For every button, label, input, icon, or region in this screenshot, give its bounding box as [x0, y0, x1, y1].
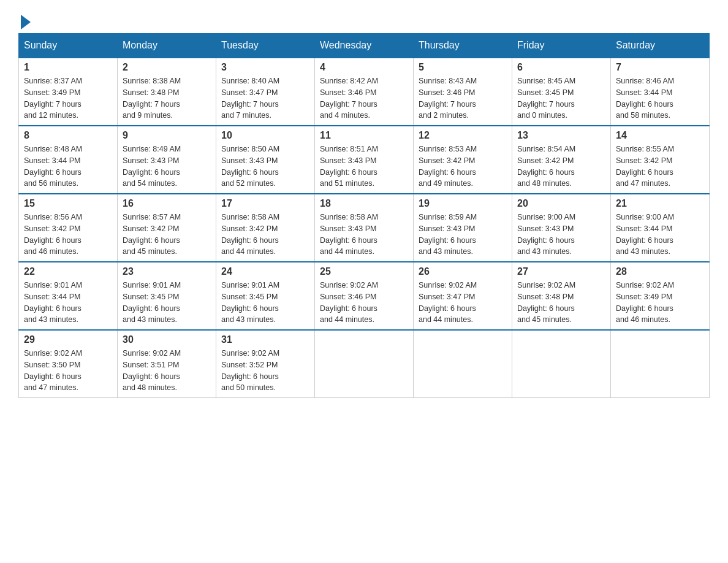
- day-info: Sunrise: 9:02 AMSunset: 3:47 PMDaylight:…: [419, 280, 507, 326]
- day-number: 13: [517, 130, 605, 141]
- day-info: Sunrise: 9:01 AMSunset: 3:45 PMDaylight:…: [123, 280, 211, 326]
- calendar-day-cell: 19Sunrise: 8:59 AMSunset: 3:43 PMDayligh…: [414, 194, 512, 262]
- day-number: 23: [123, 266, 211, 277]
- day-number: 18: [320, 198, 408, 209]
- day-info: Sunrise: 8:51 AMSunset: 3:43 PMDaylight:…: [320, 144, 408, 190]
- day-number: 29: [24, 334, 112, 345]
- calendar-day-cell: 18Sunrise: 8:58 AMSunset: 3:43 PMDayligh…: [315, 194, 414, 262]
- calendar-day-cell: 16Sunrise: 8:57 AMSunset: 3:42 PMDayligh…: [118, 194, 216, 262]
- calendar-day-cell: 29Sunrise: 9:02 AMSunset: 3:50 PMDayligh…: [19, 330, 118, 398]
- calendar-day-cell: 22Sunrise: 9:01 AMSunset: 3:44 PMDayligh…: [19, 262, 118, 330]
- calendar-day-cell: 1Sunrise: 8:37 AMSunset: 3:49 PMDaylight…: [19, 58, 118, 126]
- calendar-day-cell: 17Sunrise: 8:58 AMSunset: 3:42 PMDayligh…: [216, 194, 315, 262]
- calendar-day-cell: 9Sunrise: 8:49 AMSunset: 3:43 PMDaylight…: [118, 126, 216, 194]
- calendar-empty-cell: [414, 330, 512, 398]
- day-number: 15: [24, 198, 112, 209]
- day-info: Sunrise: 8:58 AMSunset: 3:42 PMDaylight:…: [221, 212, 309, 258]
- calendar-day-cell: 20Sunrise: 9:00 AMSunset: 3:43 PMDayligh…: [512, 194, 611, 262]
- day-number: 5: [419, 62, 507, 73]
- day-info: Sunrise: 8:38 AMSunset: 3:48 PMDaylight:…: [123, 75, 211, 121]
- day-info: Sunrise: 9:02 AMSunset: 3:52 PMDaylight:…: [221, 348, 309, 394]
- header-sunday: Sunday: [19, 34, 118, 58]
- day-number: 25: [320, 266, 408, 277]
- day-number: 14: [616, 130, 704, 141]
- day-info: Sunrise: 8:56 AMSunset: 3:42 PMDaylight:…: [24, 212, 112, 258]
- day-number: 19: [419, 198, 507, 209]
- calendar-day-cell: 6Sunrise: 8:45 AMSunset: 3:45 PMDaylight…: [512, 58, 611, 126]
- calendar-table: SundayMondayTuesdayWednesdayThursdayFrid…: [18, 33, 710, 398]
- day-info: Sunrise: 8:54 AMSunset: 3:42 PMDaylight:…: [517, 144, 605, 190]
- calendar-day-cell: 30Sunrise: 9:02 AMSunset: 3:51 PMDayligh…: [118, 330, 216, 398]
- calendar-day-cell: 26Sunrise: 9:02 AMSunset: 3:47 PMDayligh…: [414, 262, 512, 330]
- calendar-day-cell: 15Sunrise: 8:56 AMSunset: 3:42 PMDayligh…: [19, 194, 118, 262]
- day-info: Sunrise: 9:00 AMSunset: 3:44 PMDaylight:…: [616, 212, 704, 258]
- header-wednesday: Wednesday: [315, 34, 414, 58]
- day-number: 3: [221, 62, 309, 73]
- day-number: 10: [221, 130, 309, 141]
- calendar-week-row: 1Sunrise: 8:37 AMSunset: 3:49 PMDaylight…: [19, 58, 710, 126]
- day-number: 27: [517, 266, 605, 277]
- calendar-day-cell: 3Sunrise: 8:40 AMSunset: 3:47 PMDaylight…: [216, 58, 315, 126]
- day-info: Sunrise: 9:01 AMSunset: 3:45 PMDaylight:…: [221, 280, 309, 326]
- header-monday: Monday: [118, 34, 216, 58]
- day-number: 9: [123, 130, 211, 141]
- day-number: 20: [517, 198, 605, 209]
- calendar-day-cell: 10Sunrise: 8:50 AMSunset: 3:43 PMDayligh…: [216, 126, 315, 194]
- day-info: Sunrise: 9:01 AMSunset: 3:44 PMDaylight:…: [24, 280, 112, 326]
- day-info: Sunrise: 9:02 AMSunset: 3:50 PMDaylight:…: [24, 348, 112, 394]
- day-info: Sunrise: 8:45 AMSunset: 3:45 PMDaylight:…: [517, 75, 605, 121]
- header-tuesday: Tuesday: [216, 34, 315, 58]
- calendar-week-row: 22Sunrise: 9:01 AMSunset: 3:44 PMDayligh…: [19, 262, 710, 330]
- calendar-empty-cell: [611, 330, 710, 398]
- day-number: 6: [517, 62, 605, 73]
- day-number: 21: [616, 198, 704, 209]
- calendar-day-cell: 12Sunrise: 8:53 AMSunset: 3:42 PMDayligh…: [414, 126, 512, 194]
- day-info: Sunrise: 9:02 AMSunset: 3:48 PMDaylight:…: [517, 280, 605, 326]
- day-info: Sunrise: 8:40 AMSunset: 3:47 PMDaylight:…: [221, 75, 309, 121]
- calendar-empty-cell: [315, 330, 414, 398]
- calendar-day-cell: 2Sunrise: 8:38 AMSunset: 3:48 PMDaylight…: [118, 58, 216, 126]
- day-number: 31: [221, 334, 309, 345]
- day-number: 30: [123, 334, 211, 345]
- calendar-day-cell: 8Sunrise: 8:48 AMSunset: 3:44 PMDaylight…: [19, 126, 118, 194]
- day-number: 28: [616, 266, 704, 277]
- calendar-header-row: SundayMondayTuesdayWednesdayThursdayFrid…: [19, 34, 710, 58]
- logo-arrow-icon: [21, 15, 31, 29]
- day-number: 24: [221, 266, 309, 277]
- page-header: [18, 12, 710, 27]
- day-number: 2: [123, 62, 211, 73]
- calendar-day-cell: 27Sunrise: 9:02 AMSunset: 3:48 PMDayligh…: [512, 262, 611, 330]
- day-number: 16: [123, 198, 211, 209]
- day-number: 8: [24, 130, 112, 141]
- day-info: Sunrise: 8:59 AMSunset: 3:43 PMDaylight:…: [419, 212, 507, 258]
- day-number: 4: [320, 62, 408, 73]
- day-info: Sunrise: 8:49 AMSunset: 3:43 PMDaylight:…: [123, 144, 211, 190]
- day-info: Sunrise: 8:46 AMSunset: 3:44 PMDaylight:…: [616, 75, 704, 121]
- day-number: 11: [320, 130, 408, 141]
- day-info: Sunrise: 8:48 AMSunset: 3:44 PMDaylight:…: [24, 144, 112, 190]
- day-number: 22: [24, 266, 112, 277]
- calendar-day-cell: 31Sunrise: 9:02 AMSunset: 3:52 PMDayligh…: [216, 330, 315, 398]
- calendar-week-row: 29Sunrise: 9:02 AMSunset: 3:50 PMDayligh…: [19, 330, 710, 398]
- day-number: 7: [616, 62, 704, 73]
- day-info: Sunrise: 8:57 AMSunset: 3:42 PMDaylight:…: [123, 212, 211, 258]
- day-info: Sunrise: 8:42 AMSunset: 3:46 PMDaylight:…: [320, 75, 408, 121]
- day-info: Sunrise: 8:43 AMSunset: 3:46 PMDaylight:…: [419, 75, 507, 121]
- day-info: Sunrise: 8:53 AMSunset: 3:42 PMDaylight:…: [419, 144, 507, 190]
- calendar-day-cell: 28Sunrise: 9:02 AMSunset: 3:49 PMDayligh…: [611, 262, 710, 330]
- calendar-empty-cell: [512, 330, 611, 398]
- day-number: 12: [419, 130, 507, 141]
- calendar-day-cell: 24Sunrise: 9:01 AMSunset: 3:45 PMDayligh…: [216, 262, 315, 330]
- day-info: Sunrise: 8:50 AMSunset: 3:43 PMDaylight:…: [221, 144, 309, 190]
- day-info: Sunrise: 9:02 AMSunset: 3:49 PMDaylight:…: [616, 280, 704, 326]
- day-number: 17: [221, 198, 309, 209]
- logo: [18, 12, 31, 27]
- day-info: Sunrise: 9:02 AMSunset: 3:51 PMDaylight:…: [123, 348, 211, 394]
- calendar-day-cell: 7Sunrise: 8:46 AMSunset: 3:44 PMDaylight…: [611, 58, 710, 126]
- calendar-day-cell: 5Sunrise: 8:43 AMSunset: 3:46 PMDaylight…: [414, 58, 512, 126]
- day-number: 26: [419, 266, 507, 277]
- calendar-week-row: 8Sunrise: 8:48 AMSunset: 3:44 PMDaylight…: [19, 126, 710, 194]
- calendar-day-cell: 4Sunrise: 8:42 AMSunset: 3:46 PMDaylight…: [315, 58, 414, 126]
- calendar-week-row: 15Sunrise: 8:56 AMSunset: 3:42 PMDayligh…: [19, 194, 710, 262]
- header-thursday: Thursday: [414, 34, 512, 58]
